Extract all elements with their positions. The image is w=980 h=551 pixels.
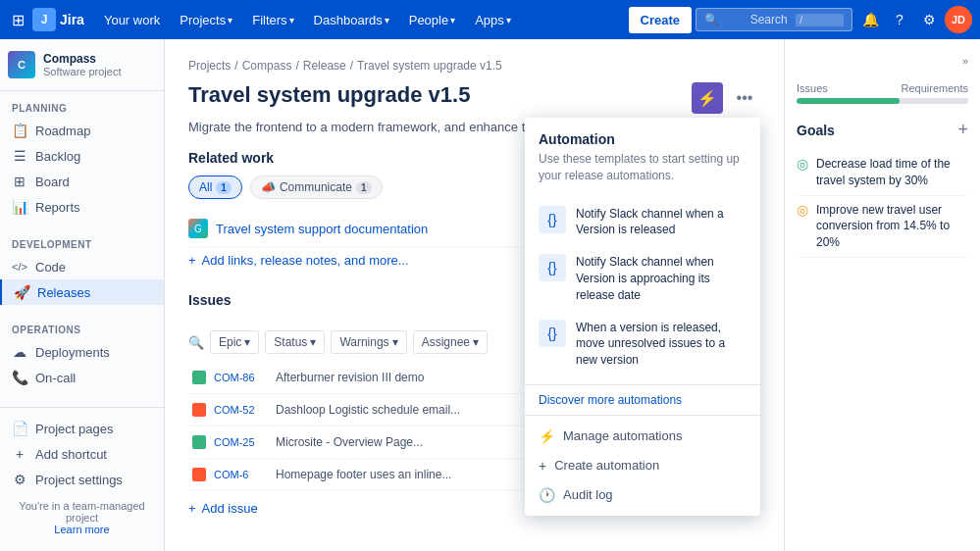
nav-filters[interactable]: Filters ▾ — [244, 9, 301, 31]
board-label: Board — [35, 175, 70, 189]
roadmap-icon: 📋 — [12, 123, 27, 138]
filter-status[interactable]: Status ▾ — [265, 330, 325, 354]
automation-templates: {} Notify Slack channel when a Version i… — [525, 190, 760, 385]
sidebar-item-project-settings[interactable]: ⚙ Project settings — [0, 467, 164, 492]
manage-automations-item[interactable]: ⚡ Manage automations — [525, 422, 760, 451]
sidebar-item-code[interactable]: </> Code — [0, 254, 164, 279]
oncall-label: On-call — [35, 371, 76, 385]
related-tab-all[interactable]: All 1 — [188, 175, 242, 199]
audit-log-item[interactable]: 🕐 Audit log — [525, 480, 760, 510]
create-automation-item[interactable]: + Create automation — [525, 451, 760, 480]
search-bar[interactable]: 🔍 Search / — [696, 8, 852, 31]
goal-1-icon: ◎ — [797, 156, 808, 172]
sidebar-item-deployments[interactable]: ☁ Deployments — [0, 339, 164, 365]
right-panel: » Issues Requirements Goals + ◎ Decrease… — [784, 39, 980, 551]
discover-automations-link[interactable]: Discover more automations — [525, 385, 760, 416]
issue-key[interactable]: COM-52 — [214, 404, 268, 416]
related-tab-communicate[interactable]: 📣 Communicate 1 — [250, 175, 383, 199]
automation-description: Use these templates to start setting up … — [539, 151, 747, 184]
nav-projects[interactable]: Projects ▾ — [172, 9, 240, 31]
manage-automations-label: Manage automations — [563, 428, 682, 443]
automation-template-3[interactable]: {} When a version is released, move unre… — [525, 312, 760, 376]
breadcrumb-current: Travel system upgrade v1.5 — [357, 59, 502, 73]
jira-logo[interactable]: J Jira — [32, 8, 84, 31]
work-item-icon: G — [188, 219, 208, 238]
automation-template-text-1: Notify Slack channel when a Version is r… — [576, 206, 747, 239]
manage-automations-icon: ⚡ — [539, 428, 555, 444]
breadcrumb-projects[interactable]: Projects — [188, 59, 231, 73]
nav-dashboards[interactable]: Dashboards ▾ — [306, 9, 397, 31]
settings-button[interactable]: ⚙ — [915, 6, 943, 33]
breadcrumb: Projects / Compass / Release / Travel sy… — [188, 59, 760, 73]
breadcrumb-release[interactable]: Release — [303, 59, 346, 73]
issue-title[interactable]: Microsite - Overview Page... — [276, 435, 542, 449]
more-options-button[interactable]: ••• — [729, 82, 760, 114]
automation-template-text-3: When a version is released, move unresol… — [576, 320, 747, 369]
sidebar-item-oncall[interactable]: 📞 On-call — [0, 365, 164, 390]
slash-key-hint: / — [796, 14, 844, 26]
issue-key[interactable]: COM-25 — [214, 436, 268, 448]
help-button[interactable]: ? — [886, 6, 913, 33]
filter-assignee[interactable]: Assignee ▾ — [413, 330, 488, 354]
project-settings-label: Project settings — [35, 473, 123, 487]
filter-search-icon[interactable]: 🔍 — [188, 335, 204, 350]
filters-chevron: ▾ — [289, 15, 294, 25]
automation-template-1[interactable]: {} Notify Slack channel when a Version i… — [525, 198, 760, 247]
sidebar-item-releases[interactable]: 🚀 Releases — [0, 279, 164, 305]
warnings-chevron: ▾ — [392, 335, 398, 349]
sidebar-item-add-shortcut[interactable]: + Add shortcut — [0, 441, 164, 467]
code-icon: </> — [12, 259, 27, 275]
issue-type-icon-story — [192, 435, 206, 449]
issue-key[interactable]: COM-86 — [214, 372, 268, 383]
filter-epic[interactable]: Epic ▾ — [210, 330, 259, 354]
sidebar-item-board[interactable]: ⊞ Board — [0, 169, 164, 194]
nav-apps[interactable]: Apps ▾ — [467, 9, 519, 31]
nav-people[interactable]: People ▾ — [401, 9, 463, 31]
sidebar-item-roadmap[interactable]: 📋 Roadmap — [0, 118, 164, 143]
projects-chevron: ▾ — [228, 15, 232, 25]
roadmap-label: Roadmap — [35, 124, 90, 138]
oncall-icon: 📞 — [12, 370, 27, 385]
goal-item-2[interactable]: ◎ Improve new travel user conversion fro… — [797, 196, 968, 258]
issue-key[interactable]: COM-6 — [214, 469, 268, 480]
sidebar-item-reports[interactable]: 📊 Reports — [0, 194, 164, 220]
add-goal-button[interactable]: + — [957, 120, 968, 140]
deployments-icon: ☁ — [12, 344, 27, 360]
goals-section: Goals + ◎ Decrease load time of the trav… — [797, 120, 968, 258]
project-pages-label: Project pages — [35, 422, 114, 436]
planning-label: PLANNING — [0, 99, 164, 118]
automation-button[interactable]: ⚡ — [692, 82, 723, 114]
grid-icon[interactable]: ⊞ — [8, 7, 28, 33]
sidebar-item-backlog[interactable]: ☰ Backlog — [0, 143, 164, 169]
goal-2-text: Improve new travel user conversion from … — [816, 202, 968, 251]
work-item-title[interactable]: Travel system support documentation — [216, 222, 428, 236]
learn-more-link[interactable]: Learn more — [54, 524, 109, 535]
main-content: Projects / Compass / Release / Travel sy… — [165, 39, 784, 551]
sidebar-bottom: 📄 Project pages + Add shortcut ⚙ Project… — [0, 407, 164, 551]
operations-section: OPERATIONS ☁ Deployments 📞 On-call — [0, 313, 164, 398]
planning-section: PLANNING 📋 Roadmap ☰ Backlog ⊞ Board 📊 R… — [0, 91, 164, 227]
create-button[interactable]: Create — [629, 7, 692, 33]
user-avatar[interactable]: JD — [945, 6, 972, 33]
backlog-icon: ☰ — [12, 148, 27, 164]
tab-communicate-label: Communicate — [280, 180, 352, 194]
project-avatar: C — [8, 51, 35, 78]
automation-template-2[interactable]: {} Notify Slack channel when Version is … — [525, 246, 760, 311]
issue-title[interactable]: Dashloop Logistic schedule email... — [276, 403, 567, 417]
automation-actions: ⚡ Manage automations + Create automation… — [525, 416, 760, 516]
project-type: Software project — [43, 66, 121, 77]
notifications-button[interactable]: 🔔 — [856, 6, 884, 33]
goal-item-1[interactable]: ◎ Decrease load time of the travel syste… — [797, 150, 968, 196]
panel-collapse-icon[interactable]: » — [962, 55, 968, 67]
reports-label: Reports — [35, 200, 80, 215]
backlog-label: Backlog — [35, 149, 80, 164]
sidebar-footer: You're in a team-managed project Learn m… — [0, 492, 164, 543]
breadcrumb-compass[interactable]: Compass — [242, 59, 292, 73]
project-pages-icon: 📄 — [12, 421, 27, 436]
goal-2-icon: ◎ — [797, 202, 808, 218]
automation-template-icon-2: {} — [539, 254, 566, 281]
nav-your-work[interactable]: Your work — [96, 9, 168, 31]
filter-warnings[interactable]: Warnings ▾ — [331, 330, 406, 354]
search-icon: 🔍 — [704, 13, 745, 26]
sidebar-item-project-pages[interactable]: 📄 Project pages — [0, 416, 164, 441]
